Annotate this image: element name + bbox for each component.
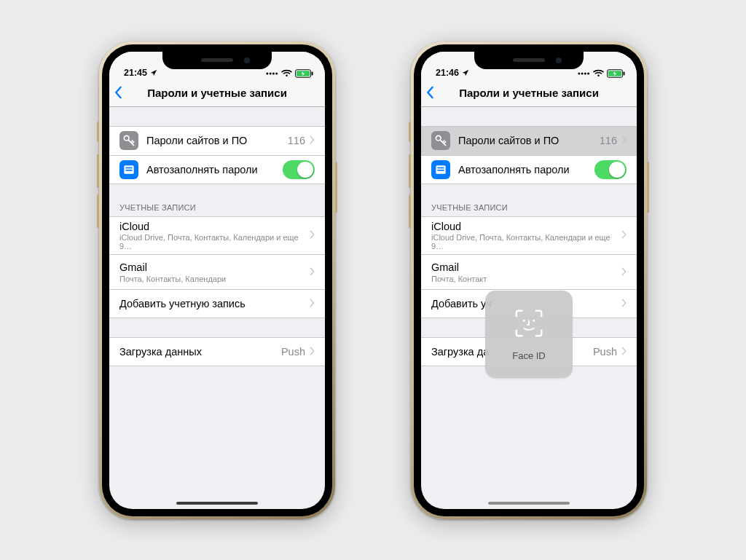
settings-content: Пароли сайтов и ПО 116 Автозаполнять пар… bbox=[109, 107, 325, 367]
account-gmail-row[interactable]: Gmail Почта, Контакты, Календари bbox=[109, 254, 325, 289]
nav-bar: Пароли и учетные записи bbox=[109, 79, 325, 107]
website-app-passwords-row[interactable]: Пароли сайтов и ПО 116 bbox=[421, 126, 637, 155]
faceid-caption: Face ID bbox=[512, 350, 546, 361]
add-account-row[interactable]: Добавить учетную запись bbox=[109, 289, 325, 318]
notch bbox=[474, 52, 584, 69]
location-icon bbox=[462, 69, 469, 76]
chevron-right-icon bbox=[621, 346, 627, 358]
notch bbox=[162, 52, 272, 69]
autofill-toggle[interactable] bbox=[283, 160, 315, 179]
page-title: Пароли и учетные записи bbox=[421, 87, 637, 99]
passwords-count: 116 bbox=[600, 135, 617, 146]
chevron-left-icon bbox=[425, 86, 434, 99]
passwords-label: Пароли сайтов и ПО bbox=[146, 135, 247, 146]
page-title: Пароли и учетные записи bbox=[109, 87, 325, 99]
autofill-toggle[interactable] bbox=[594, 160, 627, 179]
autofill-passwords-row[interactable]: Автозаполнять пароли bbox=[109, 155, 325, 184]
autofill-label: Автозаполнять пароли bbox=[458, 164, 570, 176]
back-button[interactable] bbox=[425, 79, 434, 106]
passwords-label: Пароли сайтов и ПО bbox=[458, 135, 559, 146]
location-icon bbox=[150, 69, 157, 76]
account-icloud-row[interactable]: iCloud iCloud Drive, Почта, Контакты, Ка… bbox=[421, 216, 637, 255]
key-icon bbox=[119, 131, 138, 150]
accounts-section-header: УЧЕТНЫЕ ЗАПИСИ bbox=[109, 203, 325, 216]
account-gmail-row[interactable]: Gmail Почта, Контакт bbox=[421, 254, 637, 289]
autofill-label: Автозаполнять пароли bbox=[146, 164, 258, 176]
phone-frame-left: 21:45 Пароли и учетные записи Пароли сай… bbox=[99, 42, 335, 519]
chevron-right-icon bbox=[310, 346, 315, 358]
chevron-right-icon bbox=[310, 267, 315, 278]
back-button[interactable] bbox=[114, 79, 122, 106]
status-time: 21:46 bbox=[436, 68, 459, 78]
website-app-passwords-row[interactable]: Пароли сайтов и ПО 116 bbox=[109, 126, 325, 155]
chevron-right-icon bbox=[310, 135, 315, 146]
passwords-count: 116 bbox=[288, 135, 305, 146]
home-indicator[interactable] bbox=[176, 502, 258, 505]
fetch-value: Push bbox=[593, 346, 617, 358]
battery-icon bbox=[607, 69, 625, 78]
wifi-icon bbox=[593, 69, 604, 77]
screen-right: 21:46 Пароли и учетные записи Пароли сай… bbox=[421, 52, 637, 509]
chevron-right-icon bbox=[621, 298, 627, 309]
fetch-new-data-row[interactable]: Загрузка данных Push bbox=[109, 337, 325, 366]
chevron-right-icon bbox=[621, 135, 627, 146]
cellular-icon bbox=[266, 70, 278, 77]
chevron-left-icon bbox=[114, 86, 122, 99]
nav-bar: Пароли и учетные записи bbox=[421, 79, 637, 107]
chevron-right-icon bbox=[310, 298, 315, 309]
wifi-icon bbox=[281, 69, 292, 77]
key-icon bbox=[431, 131, 450, 150]
account-icloud-row[interactable]: iCloud iCloud Drive, Почта, Контакты, Ка… bbox=[109, 216, 325, 255]
chevron-right-icon bbox=[621, 267, 627, 278]
autofill-icon bbox=[119, 160, 138, 179]
screen-left: 21:45 Пароли и учетные записи Пароли сай… bbox=[109, 52, 325, 509]
phone-frame-right: 21:46 Пароли и учетные записи Пароли сай… bbox=[411, 42, 647, 519]
accounts-section-header: УЧЕТНЫЕ ЗАПИСИ bbox=[421, 203, 637, 216]
faceid-icon bbox=[512, 307, 546, 343]
status-time: 21:45 bbox=[124, 68, 147, 78]
chevron-right-icon bbox=[621, 229, 627, 241]
fetch-value: Push bbox=[281, 346, 305, 358]
faceid-prompt: Face ID bbox=[485, 291, 573, 378]
cellular-icon bbox=[578, 70, 590, 77]
autofill-icon bbox=[431, 160, 450, 179]
autofill-passwords-row[interactable]: Автозаполнять пароли bbox=[421, 155, 637, 184]
chevron-right-icon bbox=[310, 229, 315, 241]
home-indicator[interactable] bbox=[488, 502, 570, 505]
battery-icon bbox=[295, 69, 313, 78]
